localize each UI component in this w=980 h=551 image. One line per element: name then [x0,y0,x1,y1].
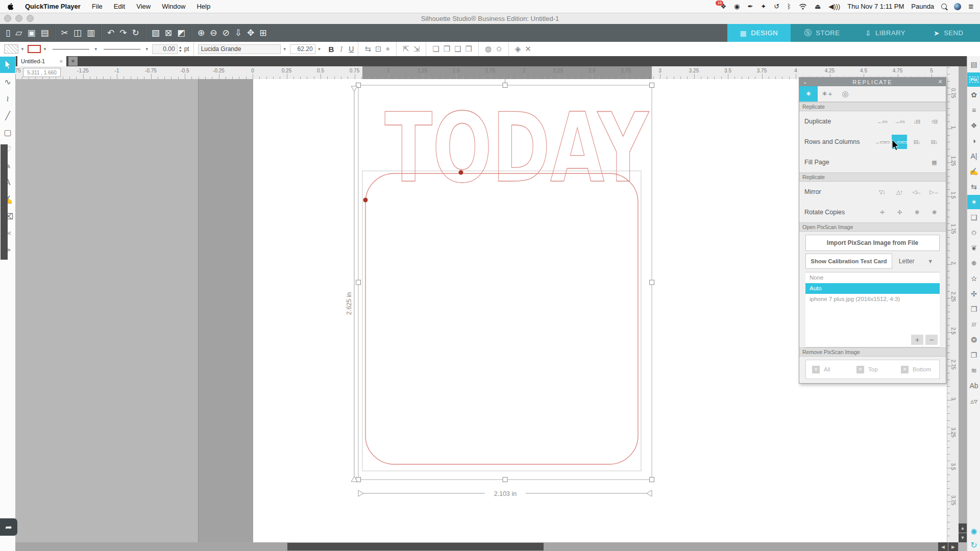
page-setup-icon[interactable]: ▤ [967,57,980,71]
new-document-icon[interactable]: ▯ [6,24,10,42]
line-style-dropdown-arrow[interactable]: ▼ [94,47,98,52]
bring-to-front-icon[interactable]: ❏ [432,44,439,54]
remove-image-button[interactable]: − [925,335,938,345]
char-spacing-icon[interactable]: ⇆ [364,44,371,54]
mirror-right-button[interactable]: ▷→ [926,185,942,199]
scroll-right-button[interactable]: ▶ [948,542,958,551]
menu-clock[interactable]: Thu Nov 7 1:11 PM [847,3,904,10]
tab-send[interactable]: ➤SEND [917,24,980,42]
duplicate-left-button[interactable]: ←▭ [874,114,890,129]
move-point-icon[interactable]: ⌖ [386,44,390,54]
italic-button[interactable]: I [340,45,342,54]
menu-item-view[interactable]: View [131,0,156,13]
mirror-above-button[interactable]: △↑ [892,185,907,199]
fill-page-button[interactable]: ▦ [926,155,942,169]
fill-pattern-icon[interactable]: ❖ [967,118,980,133]
volume-icon[interactable]: ◀))) [828,0,840,13]
3d-globe-icon[interactable]: ❂ [967,333,980,347]
offset-icon[interactable]: ✩ [967,226,980,240]
bring-forward-icon[interactable]: ❑ [454,44,461,54]
menu-item-window[interactable]: Window [156,0,191,13]
send-to-back-icon[interactable]: ❐ [444,44,450,54]
line-style-select[interactable] [50,45,92,53]
rotate-many-button[interactable]: ❋ [926,205,942,219]
window-title-bar[interactable]: Silhouette Studio® Business Edition: Unt… [0,13,980,24]
line-weight-dropdown-arrow[interactable]: ▼ [145,47,149,52]
text-style-icon[interactable]: A| [967,149,980,163]
rotate-five-button[interactable]: ✻ [909,205,924,219]
scroll-down-button[interactable]: ▼ [959,533,967,542]
close-document-tab-icon[interactable]: × [60,58,63,64]
canvas-text-today[interactable]: TODAY [385,92,649,204]
pan-icon[interactable]: ✥ [247,24,254,42]
color-palette-icon[interactable]: ✿ [967,88,980,102]
underline-button[interactable]: U [349,45,354,53]
anchor-point[interactable] [459,170,463,175]
3d-view-icon[interactable]: ◈ [515,44,521,54]
import-pixscan-button[interactable]: Import PixScan Image from File [805,235,940,251]
warp-grid-icon[interactable]: ≋ [967,363,980,378]
pixscan-icon[interactable]: Pix [967,72,980,87]
select-tool[interactable] [0,57,15,73]
scroll-up-button[interactable]: ▲ [959,523,967,533]
zoom-out-icon[interactable]: ⊖ [210,24,217,42]
fill-swatch[interactable] [4,44,18,54]
library-shortcut-button[interactable]: ➦ [0,518,17,536]
apple-menu[interactable] [0,3,19,11]
font-size-input[interactable]: 62.20 [290,44,315,54]
pixscan-list-item[interactable]: Auto [805,283,940,294]
tab-store[interactable]: ⓈSTORE [791,24,854,42]
star-points-icon[interactable]: ✫ [967,271,980,286]
edit-points-tool[interactable]: ≀ [0,90,15,107]
menu-item-app[interactable]: QuickTime Player [19,0,86,13]
open-file-icon[interactable]: ▱ [15,24,22,42]
preferences-gear-icon[interactable]: ✺ [967,524,980,539]
mirror-below-button[interactable]: ▽↓ [874,185,890,199]
print-icon[interactable]: ▤ [41,24,49,42]
font-size-dropdown-arrow[interactable]: ▼ [317,47,322,52]
menu-item-file[interactable]: File [86,0,108,13]
menu-item-help[interactable]: Help [191,0,216,13]
shader-icon[interactable]: ❒ [967,302,980,316]
remove-top-button[interactable]: ✕Top [850,366,895,373]
creative-cloud-icon[interactable]: ◉ [734,0,740,13]
zoom-drag-icon[interactable]: ⊘ [223,24,230,42]
rounded-rectangle-tool[interactable]: ▢ [0,124,15,140]
anchor-point[interactable] [363,198,368,203]
rhinestone-icon[interactable]: ✵ [967,256,980,270]
save-icon[interactable]: ▣ [27,24,35,42]
scroll-left-button[interactable]: ◀ [938,542,948,551]
siri-icon[interactable] [954,3,961,10]
duplicate-right-button[interactable]: →▭ [892,114,907,129]
stroke-width-stepper[interactable]: ▲▼ [179,45,182,53]
document-tab[interactable]: Untitled-1 × [17,56,66,66]
notification-center-icon[interactable]: ≣ [968,0,974,13]
pixscan-image-list[interactable]: NoneAutoiphone 7 plus.jpg (2016x1512, 4:… [805,272,940,347]
redo-icon[interactable]: ↷ [119,24,127,42]
zoom-selection-icon[interactable]: ⊞ [259,24,266,42]
stamp-icon[interactable]: ❦ [967,241,980,255]
time-machine-icon[interactable]: ↺ [774,0,779,13]
add-image-button[interactable]: + [911,335,923,345]
remove-all-button[interactable]: ✕All [806,366,850,373]
duplicate-below-button[interactable]: ↓⊟ [909,114,924,129]
freehand-tool[interactable]: ∿ [0,73,15,90]
row-of-three-button[interactable]: →▭▭ [874,135,890,149]
spacing-icon[interactable]: ⇆ [967,180,980,194]
vertical-scrollbar[interactable] [959,66,967,542]
refresh-icon[interactable]: ↻ [967,538,980,551]
menu-item-edit[interactable]: Edit [108,0,131,13]
sketch-icon[interactable]: ✍ [967,164,980,179]
line-style-icon[interactable]: ≡ [967,103,980,117]
vertical-scrollbar-thumb[interactable] [1,144,8,260]
redo-all-icon[interactable]: ↻ [132,24,139,42]
center-on-page-icon[interactable]: ⊡ [375,44,382,54]
paper-size-select[interactable]: Letter ▼ [892,258,940,265]
send-backward-icon[interactable]: ❒ [465,44,472,54]
close-panel-icon[interactable]: ✕ [935,79,946,85]
tab-design[interactable]: ▦DESIGN [727,24,791,42]
show-calibration-button[interactable]: Show Calibration Test Card [805,254,892,269]
font-family-select[interactable]: Lucida Grande [198,44,281,54]
horizontal-scrollbar-thumb[interactable] [287,543,544,550]
undo-icon[interactable]: ↶ [107,24,114,42]
